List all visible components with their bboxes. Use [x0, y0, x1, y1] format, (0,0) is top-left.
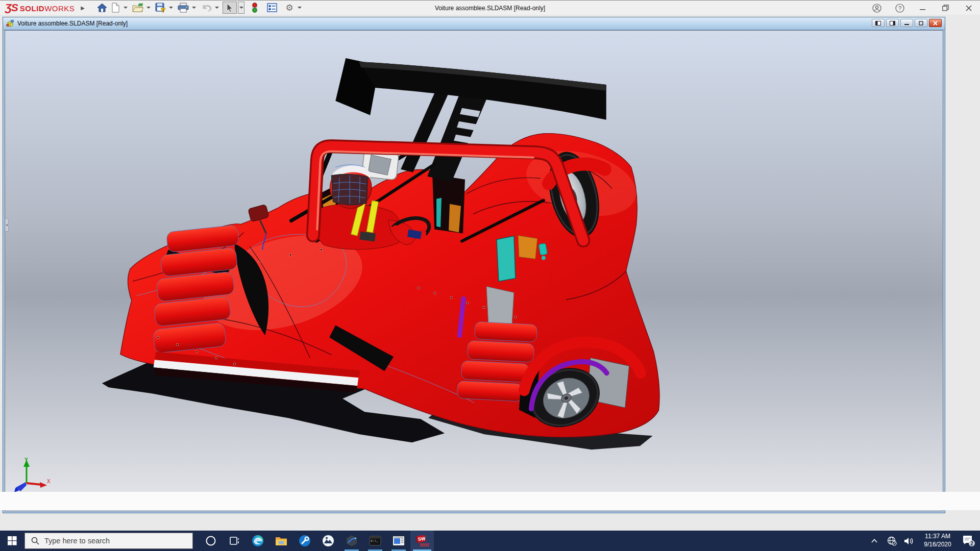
doc-close-button[interactable] — [929, 19, 942, 27]
taskbar-item-solidworks[interactable]: SW 2020 — [410, 531, 434, 551]
volume-icon — [904, 537, 914, 545]
side-window-teal — [497, 236, 516, 282]
toggle-left-pane-icon — [875, 21, 881, 26]
home-icon — [97, 3, 107, 13]
3dexperience-icon — [345, 534, 358, 547]
taskbar-item-support-tool[interactable] — [293, 531, 316, 551]
select-tool-dropdown[interactable] — [238, 2, 244, 14]
svg-text:?: ? — [898, 5, 901, 11]
taskbar-clock[interactable]: 11:37 AM 9/16/2020 — [918, 533, 958, 548]
print-dropdown[interactable] — [192, 7, 196, 9]
taskbar-item-file-explorer[interactable] — [270, 531, 293, 551]
open-icon — [132, 3, 143, 13]
pane-splitter-tab[interactable]: ◂ — [5, 218, 9, 232]
taskbar-item-task-view[interactable] — [223, 531, 246, 551]
menu-expand-chevron-icon[interactable]: ▶ — [81, 5, 85, 11]
taskbar-item-cortana[interactable] — [199, 531, 223, 551]
assembly-document-icon — [6, 19, 14, 28]
task-pane-button[interactable] — [266, 2, 278, 14]
app-titlebar: ƷS SOLID WORKS ▶ — [0, 0, 980, 15]
save-dropdown[interactable] — [169, 7, 173, 9]
tray-chevron-up[interactable] — [866, 531, 883, 551]
photos-icon — [322, 535, 334, 547]
system-tray: 11:37 AM 9/16/2020 2 — [866, 531, 980, 551]
orientation-triad: Y X — [10, 457, 53, 493]
solidworks-logo: ƷS SOLID WORKS — [5, 2, 75, 14]
account-button[interactable] — [865, 1, 888, 15]
print-button[interactable] — [177, 2, 190, 14]
network-globe-offline-icon — [887, 536, 897, 546]
edge-icon — [252, 535, 264, 547]
taskbar-item-photos[interactable] — [316, 531, 340, 551]
task-view-icon — [229, 536, 240, 546]
chevron-up-icon — [871, 538, 878, 543]
action-center-icon: 2 — [962, 535, 975, 547]
car-model-canvas[interactable] — [5, 31, 943, 511]
home-button[interactable] — [96, 2, 108, 14]
undo-button[interactable] — [200, 2, 213, 14]
car-model[interactable] — [102, 58, 659, 449]
document-window: Voiture assomblee.SLDASM [Read-only] — [3, 17, 945, 513]
taskbar-item-edge[interactable] — [246, 531, 270, 551]
model-viewport[interactable]: Y X *Dimetric ◂ — [5, 30, 943, 511]
file-explorer-icon — [275, 535, 287, 546]
options-button[interactable]: ⚙ — [283, 2, 296, 14]
tray-network[interactable] — [883, 531, 900, 551]
cortana-icon — [205, 535, 216, 546]
interior-panel-orange-right — [518, 236, 537, 259]
triad-x-label: X — [47, 479, 51, 484]
windows-logo-icon — [8, 536, 17, 545]
taskbar-item-command-prompt[interactable]: C:\_ — [363, 531, 387, 551]
select-tool-button[interactable] — [223, 2, 237, 14]
open-dropdown[interactable] — [146, 7, 151, 9]
performance-indicator-button[interactable] — [249, 2, 261, 14]
search-icon — [31, 537, 39, 545]
select-arrow-icon — [226, 3, 233, 12]
account-icon — [872, 4, 881, 13]
doc-restore-icon — [919, 21, 923, 26]
toggle-left-pane-button[interactable] — [872, 19, 885, 27]
svg-text:C:\_: C:\_ — [371, 539, 379, 543]
workspace: Voiture assomblee.SLDASM [Read-only] — [0, 15, 980, 531]
notification-badge: 2 — [970, 541, 973, 546]
open-button[interactable] — [131, 2, 144, 14]
options-dropdown[interactable] — [298, 7, 302, 9]
solidworks-logo-mark: ƷS — [5, 2, 18, 14]
interior-panel-orange-mid — [449, 204, 461, 233]
toggle-right-pane-button[interactable] — [886, 19, 899, 27]
new-document-dropdown[interactable] — [124, 7, 128, 9]
action-center-button[interactable]: 2 — [958, 531, 980, 551]
tray-volume[interactable] — [900, 531, 918, 551]
clock-date: 9/16/2020 — [918, 541, 958, 549]
document-title: Voiture assomblee.SLDASM [Read-only] — [17, 20, 128, 27]
taskbar-item-3dexperience[interactable] — [340, 531, 363, 551]
doc-minimize-button[interactable] — [900, 19, 913, 27]
document-titlebar[interactable]: Voiture assomblee.SLDASM [Read-only] — [3, 17, 945, 30]
close-button[interactable] — [957, 1, 980, 15]
save-button[interactable] — [154, 2, 167, 14]
search-input[interactable] — [44, 537, 182, 545]
restore-button[interactable] — [934, 1, 957, 15]
media-app-icon — [393, 536, 405, 546]
doc-restore-button[interactable] — [915, 19, 927, 27]
taskbar-item-media-app[interactable] — [387, 531, 410, 551]
toggle-right-pane-icon — [890, 21, 895, 26]
minimize-icon — [920, 5, 926, 11]
svg-text:2020: 2020 — [420, 542, 429, 547]
close-icon — [966, 5, 972, 11]
new-document-button[interactable] — [109, 2, 121, 14]
minimize-button[interactable] — [911, 1, 934, 15]
help-icon: ? — [895, 4, 904, 13]
svg-text:SW: SW — [418, 536, 426, 542]
start-button[interactable] — [0, 531, 24, 551]
gear-icon: ⚙ — [285, 4, 293, 12]
print-icon — [178, 3, 189, 13]
help-button[interactable]: ? — [888, 1, 911, 15]
taskbar-search[interactable] — [24, 533, 193, 549]
save-icon — [155, 3, 166, 13]
taskbar: C:\_ SW 2020 — [0, 531, 980, 551]
status-strip — [0, 492, 980, 510]
doc-minimize-icon — [904, 21, 909, 26]
undo-dropdown[interactable] — [215, 7, 219, 9]
doc-close-icon — [933, 21, 938, 26]
